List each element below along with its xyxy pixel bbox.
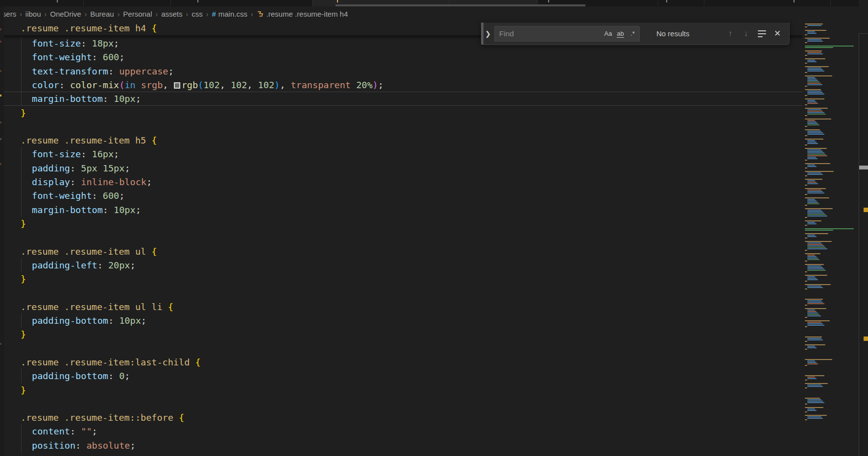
- code-token: ;: [119, 191, 124, 201]
- minimap-line: [807, 286, 821, 287]
- code-token: ;: [114, 38, 119, 48]
- find-widget-resize-sash[interactable]: [481, 23, 483, 45]
- sliver-scrollbar-thumb[interactable]: [859, 166, 868, 169]
- code-line-text: }: [21, 216, 26, 231]
- minimap-line: [807, 158, 818, 159]
- minimap-line: [807, 39, 821, 40]
- code-token: srgb: [141, 80, 163, 90]
- minimap-line: [807, 109, 821, 110]
- code-token: "": [81, 426, 92, 436]
- code-token: :: [103, 94, 114, 104]
- code-token: {: [151, 23, 157, 33]
- indent-guide: [21, 438, 22, 453]
- code-token: :: [108, 315, 119, 326]
- minimap-line: [807, 100, 815, 101]
- group-border: [859, 33, 859, 456]
- gutter-remnant-mark: [0, 28, 1, 30]
- code-line: .resume .resume-item ul li {: [4, 300, 802, 314]
- regex-icon[interactable]: .*: [627, 28, 638, 39]
- whole-word-icon[interactable]: ab: [615, 28, 626, 39]
- code-token: 102: [258, 80, 274, 90]
- minimap-line: [805, 288, 807, 289]
- minimap-line: [807, 180, 815, 181]
- code-line: padding: 5px 15px;: [4, 161, 802, 175]
- minimap-line: [805, 171, 834, 172]
- minimap-line: [807, 265, 821, 266]
- vscode-window: Users›iibou›OneDrive›Bureau›Personal›ass…: [0, 0, 868, 456]
- code-line: }: [4, 106, 802, 120]
- minimap-line: [807, 216, 827, 216]
- gutter-remnant-mark: [0, 70, 1, 72]
- match-case-icon[interactable]: Aa: [603, 28, 614, 39]
- minimap-line: [805, 144, 807, 145]
- code-editor-content[interactable]: font-size: 18px;font-weight: 600;text-tr…: [4, 0, 802, 456]
- minimap-line: [807, 211, 823, 212]
- code-token: 20%: [356, 80, 372, 90]
- code-token: font-weight: [32, 191, 92, 201]
- code-token: :: [81, 149, 92, 159]
- find-in-selection-icon[interactable]: [754, 27, 770, 41]
- minimap-line: [805, 326, 807, 327]
- code-line-text: .resume .resume-item ul {: [21, 244, 157, 259]
- minimap-line: [805, 320, 830, 321]
- minimap-line: [807, 338, 821, 339]
- minimap-line: [807, 77, 815, 78]
- code-line-text: padding-left: 20px;: [32, 258, 136, 272]
- minimap-line: [807, 101, 817, 102]
- minimap-line: [807, 315, 821, 316]
- minimap-line: [807, 310, 815, 311]
- minimap[interactable]: [804, 22, 859, 455]
- minimap-line: [805, 135, 807, 136]
- next-match-button[interactable]: ↓: [738, 27, 754, 41]
- code-token: [136, 80, 141, 90]
- minimap-line: [805, 336, 822, 337]
- code-line: color: color-mix(in srgb, rgb(102, 102, …: [4, 78, 802, 92]
- code-token: .resume .resume-item ul: [21, 246, 146, 257]
- code-token: margin-bottom: [32, 205, 103, 215]
- code-token: ;: [378, 80, 384, 90]
- minimap-line: [805, 305, 807, 306]
- minimap-line: [805, 387, 807, 388]
- minimap-line: [805, 42, 807, 43]
- minimap-line: [807, 399, 821, 400]
- find-results-label: No results: [656, 29, 690, 38]
- code-line: .resume .resume-item::before {: [4, 410, 802, 425]
- code-token: ;: [130, 440, 136, 451]
- minimap-line: [807, 244, 823, 245]
- minimap-line: [807, 202, 818, 203]
- minimap-line: [807, 258, 818, 259]
- code-token: color-mix: [70, 80, 119, 90]
- minimap-line: [807, 223, 817, 224]
- code-line: position: absolute;: [4, 438, 802, 453]
- code-token: ;: [124, 163, 130, 173]
- minimap-line: [807, 140, 815, 141]
- code-token: 102: [203, 80, 219, 90]
- find-widget: ❯ Find Aa ab .* No results ↑ ↓ ✕: [481, 23, 790, 45]
- previous-match-button[interactable]: ↑: [723, 27, 738, 41]
- close-find-widget-button[interactable]: ✕: [770, 27, 785, 41]
- minimap-line: [805, 188, 826, 189]
- minimap-line: [807, 418, 823, 419]
- minimap-line: [807, 347, 817, 348]
- indent-guide: [21, 175, 22, 189]
- minimap-comment-banner: [805, 228, 854, 229]
- minimap-line: [807, 268, 824, 269]
- minimap-line: [805, 317, 807, 318]
- code-token: 20px: [108, 260, 130, 270]
- find-input[interactable]: Find Aa ab .*: [494, 26, 640, 42]
- code-token: ;: [141, 315, 146, 326]
- minimap-line: [805, 208, 833, 209]
- code-line-text: color: color-mix(in srgb, rgb(102, 102, …: [32, 78, 384, 92]
- minimap-line: [807, 174, 823, 175]
- minimap-line: [807, 270, 826, 271]
- adjacent-group-sliver: [859, 0, 868, 456]
- minimap-line: [805, 275, 827, 276]
- indent-guide: [21, 369, 22, 383]
- minimap-line: [807, 132, 823, 133]
- minimap-line: [807, 200, 817, 201]
- code-line-text: .resume .resume-item::before {: [21, 410, 184, 425]
- group-border-top: [859, 33, 868, 34]
- code-token: ): [373, 80, 378, 90]
- code-token: margin-bottom: [32, 94, 103, 104]
- minimap-line: [805, 129, 820, 130]
